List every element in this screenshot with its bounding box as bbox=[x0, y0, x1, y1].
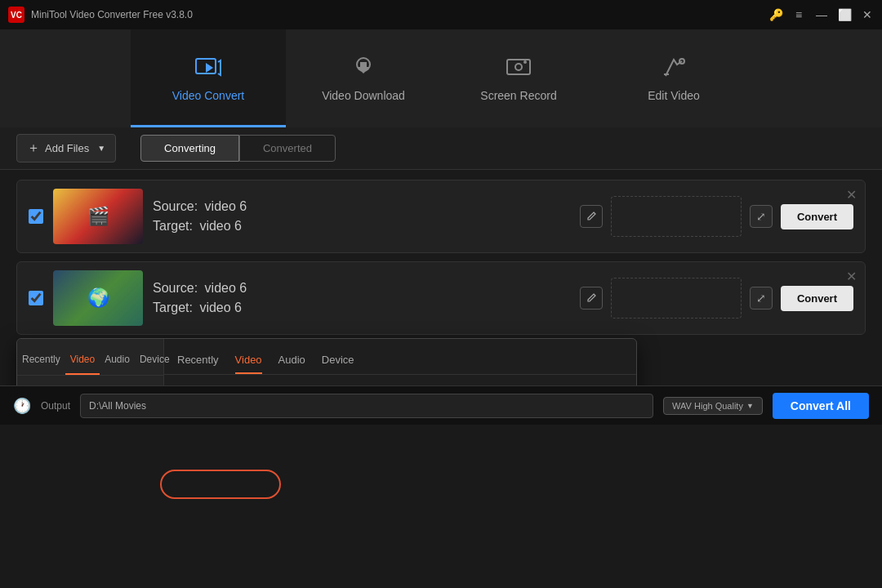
file-thumbnail-1: 🎬 bbox=[53, 189, 143, 244]
format-dropdown: Recently Video Audio Device MP4 MP4 MOV … bbox=[16, 338, 637, 385]
menu-icon[interactable]: ≡ bbox=[792, 8, 805, 21]
svg-point-6 bbox=[523, 60, 527, 64]
close-row-2[interactable]: ✕ bbox=[846, 269, 857, 284]
bottombar: 🕐 Output D:\All Movies WAV High Quality … bbox=[0, 385, 882, 425]
svg-point-5 bbox=[515, 64, 522, 70]
svg-marker-3 bbox=[357, 62, 370, 74]
quality-tab-audio[interactable]: Audio bbox=[278, 354, 305, 374]
file-info-1: Source: video 6 Target: video 6 bbox=[153, 199, 570, 234]
file-target-2: Target: video 6 bbox=[153, 301, 570, 315]
quality-tab-device[interactable]: Device bbox=[322, 354, 354, 374]
main-content: 🎬 Source: video 6 Target: video 6 ⤢ Conv… bbox=[0, 170, 882, 385]
tab-edit-video[interactable]: Edit Video bbox=[596, 29, 751, 127]
edit-button-1[interactable] bbox=[580, 205, 603, 228]
target-label-2: Target: bbox=[153, 301, 193, 314]
tab-video-download[interactable]: Video Download bbox=[286, 29, 441, 127]
convert-all-button[interactable]: Convert All bbox=[773, 393, 869, 419]
file-info-2: Source: video 6 Target: video 6 bbox=[153, 281, 570, 315]
file-row: 🎬 Source: video 6 Target: video 6 ⤢ Conv… bbox=[16, 180, 866, 253]
format-pill-label: WAV High Quality bbox=[672, 401, 743, 411]
target-name-1: video 6 bbox=[199, 219, 242, 233]
file-row-2: 🌍 Source: video 6 Target: video 6 ⤢ Conv… bbox=[16, 261, 866, 335]
file-source-1: Source: video 6 bbox=[153, 199, 570, 214]
format-tab-audio[interactable]: Audio bbox=[100, 345, 135, 375]
tab-video-convert-label: Video Convert bbox=[172, 89, 244, 102]
file-source-2: Source: video 6 bbox=[153, 281, 570, 296]
clock-icon: 🕐 bbox=[13, 397, 31, 415]
source-name-2: video 6 bbox=[205, 281, 247, 295]
output-label: Output bbox=[41, 400, 70, 412]
source-name-1: video 6 bbox=[205, 199, 247, 213]
quality-hd1080[interactable]: HD 1080P 1920x1080 bbox=[164, 378, 636, 385]
add-files-label: Add Files bbox=[45, 142, 89, 154]
file-checkbox-1[interactable] bbox=[29, 209, 43, 224]
target-name-2: video 6 bbox=[199, 301, 242, 314]
format-pill[interactable]: WAV High Quality ▼ bbox=[663, 397, 763, 415]
output-path: D:\All Movies bbox=[80, 394, 653, 418]
app-logo: VC bbox=[8, 7, 24, 23]
format-tab-recently[interactable]: Recently bbox=[17, 345, 65, 375]
maximize-button[interactable]: ⬜ bbox=[838, 8, 851, 21]
plus-icon: ＋ bbox=[27, 140, 40, 157]
converted-tab[interactable]: Converted bbox=[239, 135, 336, 162]
quality-panel: Recently Video Audio Device bbox=[164, 339, 636, 385]
converting-tab[interactable]: Converting bbox=[140, 135, 239, 162]
source-label: Source: bbox=[153, 199, 198, 213]
format-tab-video[interactable]: Video bbox=[65, 345, 100, 375]
window-controls: 🔑 ≡ — ⬜ ✕ bbox=[769, 8, 874, 21]
tab-screen-record[interactable]: Screen Record bbox=[441, 29, 596, 127]
quality-tab-video[interactable]: Video bbox=[235, 354, 262, 374]
source-label-2: Source: bbox=[153, 281, 198, 295]
file-target-1: Target: video 6 bbox=[153, 219, 570, 234]
add-files-button[interactable]: ＋ Add Files ▼ bbox=[16, 134, 116, 163]
minimize-button[interactable]: — bbox=[815, 8, 828, 21]
dropdown-arrow-icon[interactable]: ▼ bbox=[97, 144, 105, 153]
tab-edit-video-label: Edit Video bbox=[648, 89, 700, 102]
file-actions-2: ⤢ Convert bbox=[580, 278, 853, 318]
format-tabs: Recently Video Audio Device bbox=[17, 345, 163, 376]
convert-button-2[interactable]: Convert bbox=[781, 286, 853, 311]
tab-video-download-label: Video Download bbox=[322, 89, 405, 102]
svg-marker-1 bbox=[206, 63, 213, 73]
resize-icon-1[interactable]: ⤢ bbox=[750, 205, 773, 228]
file-checkbox-2[interactable] bbox=[29, 291, 43, 305]
tab-screen-record-label: Screen Record bbox=[480, 89, 556, 102]
convert-button-1[interactable]: Convert bbox=[781, 204, 853, 229]
format-list: Recently Video Audio Device MP4 MP4 MOV … bbox=[17, 339, 164, 385]
app-title: MiniTool Video Converter Free v3.8.0 bbox=[31, 9, 763, 20]
toolbar: ＋ Add Files ▼ Converting Converted bbox=[0, 127, 882, 170]
quality-nav-tabs: Recently Video Audio Device bbox=[164, 345, 636, 375]
edit-button-2[interactable] bbox=[580, 287, 603, 310]
tab-video-convert[interactable]: Video Convert bbox=[131, 29, 286, 127]
xvid-oval-highlight bbox=[160, 470, 281, 499]
target-label: Target: bbox=[153, 219, 193, 233]
format-selector-1[interactable] bbox=[611, 196, 742, 237]
format-selector-2[interactable] bbox=[611, 278, 742, 318]
file-actions-1: ⤢ Convert bbox=[580, 196, 853, 237]
convert-tab-group: Converting Converted bbox=[140, 135, 336, 162]
nav-bar: Video Convert Video Download Screen Reco… bbox=[0, 29, 882, 127]
close-button[interactable]: ✕ bbox=[861, 8, 874, 21]
file-thumbnail-2: 🌍 bbox=[53, 270, 143, 326]
quality-tab-recently[interactable]: Recently bbox=[177, 354, 219, 374]
resize-icon-2[interactable]: ⤢ bbox=[750, 287, 773, 310]
key-icon[interactable]: 🔑 bbox=[769, 8, 782, 21]
format-pill-arrow: ▼ bbox=[746, 402, 754, 410]
format-mp4[interactable]: MP4 MP4 bbox=[17, 381, 163, 385]
titlebar: VC MiniTool Video Converter Free v3.8.0 … bbox=[0, 0, 882, 29]
close-row-1[interactable]: ✕ bbox=[846, 187, 857, 203]
